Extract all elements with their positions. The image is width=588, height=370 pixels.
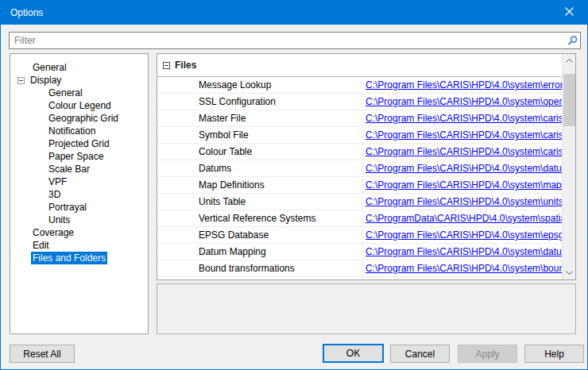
help-button[interactable]: Help [524,345,584,363]
options-dialog: Options General Display General Colour L… [0,0,588,370]
table-row: Symbol File C:\Program Files\CARIS\HPD\4… [157,127,562,144]
setting-path-link[interactable]: C:\ProgramData\CARIS\HPD\4.0\system\spat… [366,213,562,224]
table-row: Datums C:\Program Files\CARIS\HPD\4.0\sy… [157,160,562,177]
setting-path-link[interactable]: C:\Program Files\CARIS\HPD\4.0\system\un… [366,196,562,207]
sidebar-item-projected-grid[interactable]: Projected Grid [10,137,148,150]
settings-panel: Files Message Lookup C:\Program Files\CA… [157,53,576,280]
collapse-icon[interactable] [17,77,25,84]
table-row: SSL Configuration C:\Program Files\CARIS… [157,94,562,110]
setting-path-link[interactable]: C:\Program Files\CARIS\HPD\4.0\system\op… [366,96,562,107]
filter-container [9,32,581,49]
files-group-header[interactable]: Files [157,54,562,77]
setting-label: Colour Table [157,144,363,160]
apply-button[interactable]: Apply [458,345,517,363]
setting-label: Vertical Reference Systems [157,210,363,226]
setting-label: SSL Configuration [157,94,363,110]
table-row: Colour Table C:\Program Files\CARIS\HPD\… [157,144,562,160]
scrollbar-thumb[interactable] [563,74,575,126]
scroll-up-icon[interactable] [563,54,576,67]
sidebar-item-portrayal[interactable]: Portrayal [10,201,148,214]
ok-button[interactable]: OK [323,344,384,363]
setting-path-link[interactable]: C:\Program Files\CARIS\HPD\4.0\system\ma… [366,179,562,191]
sidebar-item-units[interactable]: Units [10,214,148,226]
sidebar-item-edit[interactable]: Edit [10,239,148,252]
setting-path-link[interactable]: C:\Program Files\CARIS\HPD\4.0\system\bo… [366,263,562,274]
setting-label: Datums [157,160,363,176]
sidebar-item-colour-legend[interactable]: Colour Legend [10,99,148,112]
sidebar-item-notification[interactable]: Notification [10,125,148,137]
reset-all-button[interactable]: Reset All [10,345,75,363]
filter-input[interactable] [10,33,564,48]
sidebar-item-display[interactable]: Display [10,74,148,87]
setting-label: Datum Mapping [157,244,363,260]
search-icon[interactable] [564,35,580,47]
table-row: Map Definitions C:\Program Files\CARIS\H… [157,177,562,194]
description-panel [157,283,576,334]
table-row: Bound transformations C:\Program Files\C… [157,260,562,277]
table-row: EPSG Database C:\Program Files\CARIS\HPD… [157,227,562,244]
close-icon [565,7,574,18]
table-row: Master File C:\Program Files\CARIS\HPD\4… [157,110,562,127]
setting-path-link[interactable]: C:\Program Files\CARIS\HPD\4.0\system\ca… [366,129,562,141]
setting-label: Bound transformations [157,260,363,276]
files-group-label: Files [175,60,196,71]
setting-label: Master File [157,110,363,126]
table-row: Datum Mapping C:\Program Files\CARIS\HPD… [157,244,562,260]
cancel-button[interactable]: Cancel [390,345,450,363]
close-button[interactable] [551,1,587,25]
scroll-down-icon[interactable] [563,266,576,279]
title-bar: Options [1,1,587,25]
sidebar-item-general[interactable]: General [10,61,148,74]
vertical-scrollbar[interactable] [562,54,575,279]
sidebar-item-paper-space[interactable]: Paper Space [10,150,148,163]
collapse-icon[interactable] [163,62,170,69]
setting-path-link[interactable]: C:\Program Files\CARIS\HPD\4.0\system\ca… [366,146,562,157]
sidebar-item-display-general[interactable]: General [10,87,148,99]
setting-path-link[interactable]: C:\Program Files\CARIS\HPD\4.0\system\ca… [366,113,562,124]
sidebar-item-vpf[interactable]: VPF [10,175,148,188]
setting-path-link[interactable]: C:\Program Files\CARIS\HPD\4.0\system\er… [366,79,562,91]
setting-path-link[interactable]: C:\Program Files\CARIS\HPD\4.0\system\da… [366,163,562,174]
setting-label: Symbol File [157,127,363,143]
sidebar-item-geographic-grid[interactable]: Geographic Grid [10,112,148,125]
setting-label: EPSG Database [157,227,363,243]
setting-path-link[interactable]: C:\Program Files\CARIS\HPD\4.0\system\da… [366,246,562,257]
table-row: Units Table C:\Program Files\CARIS\HPD\4… [157,194,562,210]
setting-path-link[interactable]: C:\Program Files\CARIS\HPD\4.0\system\ep… [366,229,562,241]
sidebar-item-files-and-folders[interactable]: Files and Folders [10,252,148,264]
table-row: Vertical Reference Systems C:\ProgramDat… [157,210,562,227]
options-tree: General Display General Colour Legend Ge… [10,53,149,334]
sidebar-item-3d[interactable]: 3D [10,188,148,201]
sidebar-item-coverage[interactable]: Coverage [10,226,148,239]
setting-label: Units Table [157,194,363,210]
setting-label: Map Definitions [157,177,363,193]
table-row: Message Lookup C:\Program Files\CARIS\HP… [157,77,562,94]
sidebar-item-scale-bar[interactable]: Scale Bar [10,163,148,175]
setting-label: Message Lookup [157,77,363,93]
window-title: Options [1,7,43,18]
